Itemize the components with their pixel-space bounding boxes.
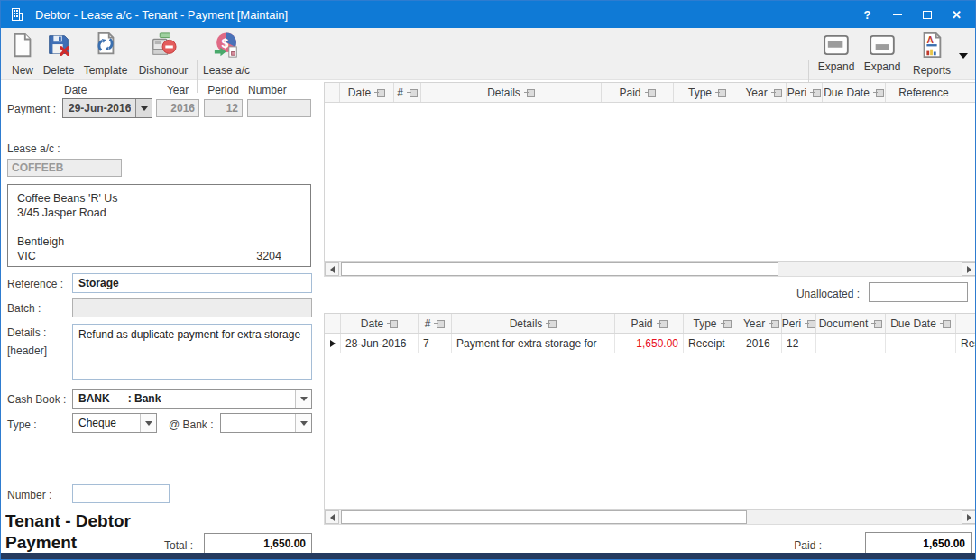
cashbook-dropdown-button[interactable]	[295, 390, 311, 408]
chevron-down-icon	[145, 421, 152, 426]
column-header-date[interactable]: Date	[341, 314, 419, 333]
scroll-left-button[interactable]	[325, 262, 339, 276]
column-header-details[interactable]: Details	[452, 314, 615, 333]
expand-top-button[interactable]: Expand	[815, 32, 858, 78]
cheque-number-input[interactable]	[72, 484, 170, 503]
cell[interactable]: Payment for extra storage for	[452, 334, 615, 353]
pin-icon[interactable]	[387, 319, 398, 327]
template-button[interactable]: Template	[82, 32, 129, 78]
dishonour-button[interactable]: Dishonour	[134, 32, 192, 78]
column-header-date[interactable]: Date	[340, 83, 394, 102]
minimize-icon	[893, 14, 902, 15]
delete-label: Delete	[43, 64, 75, 77]
close-button[interactable]: ✕	[942, 1, 971, 28]
cell[interactable]	[886, 334, 956, 353]
cell[interactable]: 1,650.00	[615, 334, 684, 353]
cell[interactable]: Resid	[956, 334, 976, 353]
column-header-paid[interactable]: Paid	[615, 314, 684, 333]
column-header-year[interactable]: Year	[741, 83, 787, 102]
cell[interactable]: 7	[419, 334, 452, 353]
reports-label: Reports	[913, 64, 951, 77]
lease-ac-label: Lease a/c	[203, 64, 250, 77]
window-title: Debtor - Lease a/c - Tenant - Payment [M…	[35, 8, 288, 22]
allocation-grid[interactable]: Date#DetailsPaidTypeYearPeriDue DateRefe…	[324, 82, 976, 262]
cell[interactable]: 2016	[741, 334, 782, 353]
pin-icon[interactable]	[645, 88, 656, 96]
maximize-icon	[923, 11, 932, 19]
help-button[interactable]: ?	[852, 1, 882, 28]
pin-icon[interactable]	[810, 88, 821, 96]
column-header-document[interactable]: Document	[816, 314, 886, 333]
column-header-blank[interactable]	[956, 314, 976, 333]
unallocated-label: Unallocated :	[750, 288, 860, 300]
expand-bottom-button[interactable]: Expand	[861, 32, 904, 78]
cell[interactable]	[816, 334, 886, 353]
minimize-button[interactable]	[882, 1, 912, 28]
type-dropdown-button[interactable]	[140, 414, 156, 432]
lease-account-field: COFFEEB	[7, 159, 122, 177]
pin-icon[interactable]	[407, 88, 418, 96]
scroll-right-button[interactable]	[962, 262, 976, 276]
pin-icon[interactable]	[721, 319, 732, 327]
pin-icon[interactable]	[546, 319, 557, 327]
column-header-details[interactable]: Details	[421, 83, 602, 102]
delete-button[interactable]: Delete	[41, 32, 77, 78]
column-header-due-date[interactable]: Due Date	[886, 314, 956, 333]
column-header-type[interactable]: Type	[684, 314, 741, 333]
column-header-label: Peri	[782, 317, 801, 330]
scroll-thumb[interactable]	[341, 262, 778, 276]
cashbook-combo[interactable]: BANK : Bank	[72, 389, 312, 409]
bank-dropdown-button[interactable]	[295, 414, 311, 432]
pin-icon[interactable]	[374, 88, 385, 96]
pin-icon[interactable]	[434, 319, 445, 327]
column-header-label: Date	[348, 87, 371, 99]
column-header-year[interactable]: Year	[741, 314, 782, 333]
pin-icon[interactable]	[805, 319, 815, 327]
template-refresh-icon	[92, 32, 119, 62]
column-header-peri[interactable]: Peri	[782, 314, 816, 333]
payments-grid-hscrollbar[interactable]	[324, 510, 976, 525]
details-sublabel: [header]	[7, 344, 47, 357]
pin-icon[interactable]	[769, 319, 779, 327]
at-bank-label: @ Bank :	[169, 418, 214, 431]
pin-icon[interactable]	[657, 319, 668, 327]
scroll-right-button[interactable]	[962, 510, 976, 524]
arrow-left-icon	[330, 514, 335, 521]
scroll-left-button[interactable]	[325, 510, 339, 524]
column-header-peri[interactable]: Peri	[787, 83, 823, 102]
payments-grid[interactable]: Date#DetailsPaidTypeYearPeriDocumentDue …	[324, 313, 976, 510]
reference-input[interactable]: Storage	[72, 273, 312, 293]
column-header-type[interactable]: Type	[674, 83, 741, 102]
toolbar-overflow-icon[interactable]	[959, 53, 968, 59]
cell[interactable]: 28-Jun-2016	[341, 334, 419, 353]
pin-icon[interactable]	[524, 88, 535, 96]
details-textarea[interactable]: Refund as duplicate payment for extra st…	[72, 324, 312, 380]
reports-icon: A	[918, 32, 945, 62]
lease-ac-button[interactable]: $ Lease a/c	[201, 32, 252, 78]
scroll-thumb[interactable]	[341, 510, 747, 524]
row-selector[interactable]	[325, 334, 341, 353]
close-icon: ✕	[952, 8, 962, 22]
column-header--[interactable]: #	[419, 314, 452, 333]
pin-icon[interactable]	[715, 88, 726, 96]
reports-button[interactable]: A Reports	[908, 32, 955, 78]
column-header--[interactable]: #	[394, 83, 421, 102]
cell[interactable]: Receipt	[684, 334, 741, 353]
pin-icon[interactable]	[771, 88, 782, 96]
maximize-button[interactable]	[912, 1, 942, 28]
date-dropdown-button[interactable]	[135, 99, 152, 117]
payment-type-combo[interactable]: Cheque	[72, 413, 157, 433]
new-button[interactable]: New	[6, 32, 39, 78]
allocation-grid-hscrollbar[interactable]	[324, 262, 976, 277]
column-header-due-date[interactable]: Due Date	[823, 83, 886, 102]
column-header-reference[interactable]: Reference	[886, 83, 962, 102]
cell[interactable]: 12	[782, 334, 816, 353]
payment-date-combo[interactable]: 29-Jun-2016	[62, 98, 152, 118]
grid-row[interactable]: 28-Jun-20167Payment for extra storage fo…	[325, 334, 976, 353]
bank-combo[interactable]	[220, 413, 312, 433]
column-header-paid[interactable]: Paid	[602, 83, 674, 102]
pin-icon[interactable]	[871, 319, 882, 327]
pin-icon[interactable]	[940, 319, 951, 327]
batch-field	[72, 298, 312, 317]
pin-icon[interactable]	[873, 88, 884, 96]
